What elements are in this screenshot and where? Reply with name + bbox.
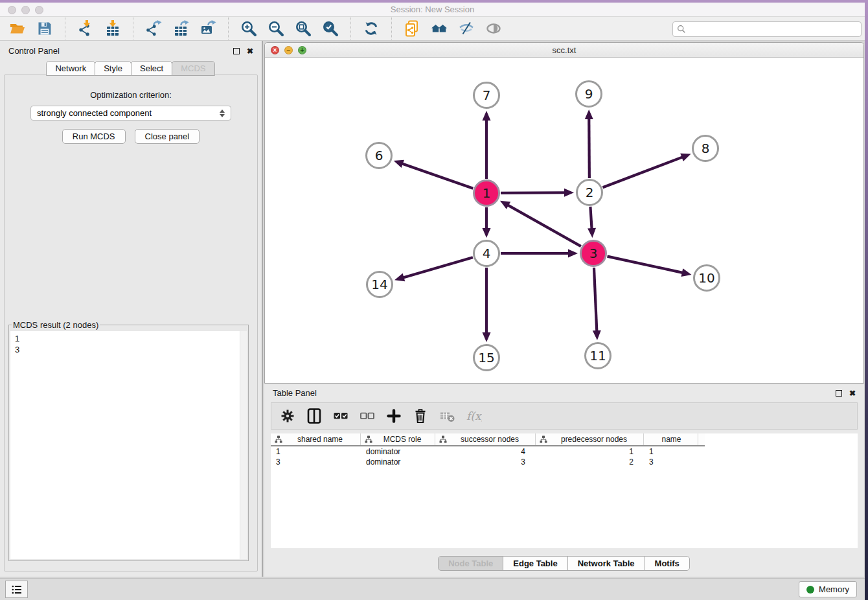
window-title: Session: New Session (0, 3, 865, 17)
tab-motifs[interactable]: Motifs (645, 556, 690, 571)
graph-node-4[interactable]: 4 (473, 240, 500, 267)
graph-edge-3-1[interactable] (507, 205, 581, 246)
graph-edge-1-2[interactable] (501, 192, 565, 193)
graph-edge-arrowhead (483, 332, 491, 342)
delete-row-button[interactable] (412, 408, 429, 424)
open-folder-button[interactable] (8, 19, 27, 38)
graph-node-3[interactable]: 3 (580, 240, 607, 267)
graph-edges[interactable] (265, 58, 863, 383)
export-table-button[interactable] (172, 19, 190, 38)
network-window-titlebar[interactable]: scc.txt × − + (265, 43, 863, 58)
tab-edge-table[interactable]: Edge Table (503, 556, 567, 571)
graph-edge-arrowhead (680, 154, 691, 161)
graph-edge-2-3[interactable] (590, 207, 591, 229)
zoom-out-button[interactable] (267, 19, 285, 38)
float-panel-icon[interactable] (233, 48, 240, 54)
document-network-button[interactable] (403, 19, 421, 38)
tab-select[interactable]: Select (131, 61, 172, 76)
add-row-button[interactable] (385, 408, 402, 424)
deselect-all-button[interactable] (359, 408, 376, 424)
graph-node-10[interactable]: 10 (693, 264, 720, 292)
export-image-button[interactable] (199, 19, 217, 38)
network-maximize-button[interactable]: + (298, 46, 306, 54)
graph-edge-1-6[interactable] (402, 163, 473, 189)
graph-edge-2-8[interactable] (603, 157, 683, 187)
graph-edge-arrowhead (681, 268, 692, 277)
network-canvas[interactable]: 7968124314101511 (265, 58, 863, 383)
eye-button[interactable] (485, 19, 503, 38)
optimization-dropdown[interactable]: strongly connected component (30, 106, 231, 121)
tab-mcds[interactable]: MCDS (172, 61, 214, 76)
toolbar-buttons (4, 17, 507, 40)
table-cell: dominator (361, 457, 435, 467)
tab-network[interactable]: Network (46, 61, 95, 76)
table-cell: 1 (271, 447, 361, 456)
eye-slash-button[interactable] (457, 19, 475, 38)
home-button[interactable] (430, 19, 448, 38)
tab-node-table[interactable]: Node Table (438, 556, 503, 571)
table-cell: 4 (435, 447, 536, 456)
run-mcds-button[interactable]: Run MCDS (62, 129, 126, 144)
graph-edge-arrowhead (593, 330, 601, 340)
close-panel-icon[interactable]: ✖ (247, 48, 253, 54)
graph-node-2[interactable]: 2 (576, 179, 603, 206)
export-network-button[interactable] (144, 19, 163, 38)
table-tabs: Node TableEdge TableNetwork TableMotifs (264, 556, 864, 571)
function-builder-button[interactable]: f(x) (465, 408, 482, 424)
tab-style[interactable]: Style (95, 61, 131, 76)
mcds-result-title: MCDS result (2 nodes) (12, 320, 100, 330)
table-cell: 2 (536, 457, 644, 467)
close-panel-button[interactable]: Close panel (135, 129, 200, 144)
column-header-shared-name[interactable]: shared name (271, 433, 361, 445)
graph-edge-4-14[interactable] (403, 257, 473, 278)
columns-button[interactable] (306, 408, 323, 424)
graph-node-14[interactable]: 14 (366, 271, 393, 298)
save-button[interactable] (36, 19, 54, 38)
optimization-label: Optimization criterion: (5, 90, 257, 100)
node-table[interactable]: shared nameMCDS rolesuccessor nodesprede… (271, 433, 858, 548)
column-header-mcds-role[interactable]: MCDS role (361, 433, 435, 445)
toolbar-separator (65, 17, 65, 40)
graph-edge-3-10[interactable] (607, 257, 683, 273)
table-panel-title: Table Panel (273, 388, 317, 398)
graph-node-7[interactable]: 7 (473, 82, 500, 109)
delete-table-button[interactable] (439, 408, 455, 424)
zoom-in-button[interactable] (240, 19, 258, 38)
search-input[interactable] (686, 23, 861, 36)
network-minimize-button[interactable]: − (284, 46, 293, 54)
import-table-button[interactable] (104, 19, 122, 38)
column-header-successor-nodes[interactable]: successor nodes (435, 433, 536, 445)
mcds-result-text[interactable]: 1 3 (10, 331, 247, 559)
refresh-button[interactable] (362, 19, 380, 38)
tab-network-table[interactable]: Network Table (567, 556, 645, 571)
graph-node-15[interactable]: 15 (473, 344, 500, 371)
import-network-button[interactable] (76, 19, 95, 38)
close-table-panel-icon[interactable]: ✖ (849, 390, 856, 397)
table-row[interactable]: 3dominator323 (271, 457, 705, 467)
graph-node-6[interactable]: 6 (365, 142, 393, 169)
table-row[interactable]: 1dominator411 (271, 446, 705, 457)
graph-edge-2-9[interactable] (589, 118, 589, 178)
network-close-button[interactable]: × (271, 46, 279, 54)
result-scrollbar[interactable] (240, 331, 247, 559)
search-box[interactable] (672, 21, 862, 37)
memory-button[interactable]: Memory (799, 581, 857, 597)
zoom-selected-button[interactable] (321, 19, 339, 38)
graph-node-11[interactable]: 11 (584, 342, 611, 369)
graph-edge-3-11[interactable] (594, 268, 597, 332)
column-header-name[interactable]: name (644, 433, 698, 445)
float-table-panel-icon[interactable] (836, 390, 842, 397)
graph-node-1[interactable]: 1 (473, 179, 500, 207)
graph-node-8[interactable]: 8 (692, 135, 719, 162)
gear-button[interactable] (279, 408, 296, 424)
column-header-predecessor-nodes[interactable]: predecessor nodes (536, 433, 644, 445)
memory-label: Memory (819, 584, 849, 594)
toolbar-separator (228, 17, 229, 40)
network-view-window: scc.txt × − + 7968124314101511 (264, 42, 864, 384)
zoom-fit-button[interactable] (294, 19, 312, 38)
task-list-button[interactable] (5, 581, 28, 598)
graph-node-9[interactable]: 9 (575, 80, 602, 108)
graph-edge-arrowhead (483, 111, 491, 121)
graph-edge-arrowhead (483, 228, 491, 238)
select-all-button[interactable] (332, 408, 349, 424)
